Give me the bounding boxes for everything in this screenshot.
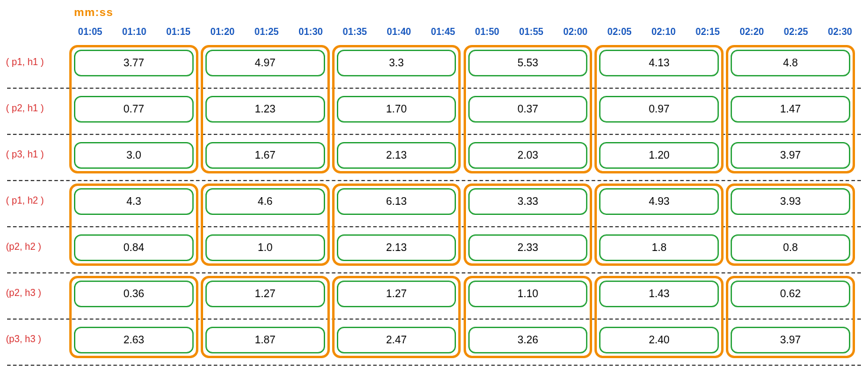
data-cell: 1.27 <box>205 281 325 307</box>
time-tick: 01:35 <box>343 27 367 37</box>
row-label: (p3, h3 ) <box>6 334 62 345</box>
data-cell: 1.47 <box>731 96 850 123</box>
data-cell: 6.13 <box>337 188 456 215</box>
data-cell: 3.93 <box>731 188 850 215</box>
time-tick: 01:20 <box>210 27 234 37</box>
time-tick: 01:10 <box>122 27 146 37</box>
data-cell: 4.8 <box>731 50 850 76</box>
data-cell: 0.97 <box>599 96 719 123</box>
data-cell: 3.33 <box>468 188 588 215</box>
row-label: (p2, h2 ) <box>6 242 62 252</box>
data-cell: 2.33 <box>468 234 588 261</box>
time-tick: 02:15 <box>696 27 720 37</box>
data-cell: 1.27 <box>337 281 456 307</box>
row-divider <box>7 180 861 181</box>
time-tick: 01:30 <box>298 27 323 37</box>
data-cell: 3.26 <box>468 327 588 353</box>
time-group-5: 02:2002:2502:30 <box>730 25 863 38</box>
data-cell: 0.36 <box>74 281 194 307</box>
time-tick: 02:30 <box>828 27 852 37</box>
row-label: (p2, h3 ) <box>6 288 62 298</box>
time-tick: 01:15 <box>166 27 191 37</box>
data-cell: 5.53 <box>468 50 588 76</box>
row-label: ( p2, h1 ) <box>6 103 62 114</box>
data-cell: 4.6 <box>205 188 325 215</box>
data-cell: 0.84 <box>74 234 194 261</box>
data-cell: 4.3 <box>74 188 194 215</box>
data-cell: 1.20 <box>599 142 719 169</box>
time-group-3: 01:5001:5502:00 <box>465 25 598 38</box>
row-label: ( p1, h1 ) <box>6 57 62 67</box>
row-divider <box>7 272 861 273</box>
time-tick: 01:05 <box>78 27 102 37</box>
data-cell: 0.37 <box>468 96 588 123</box>
time-tick: 01:45 <box>431 27 455 37</box>
data-cell: 2.03 <box>468 142 588 169</box>
time-group-4: 02:0502:1002:15 <box>597 25 730 38</box>
data-cell: 3.0 <box>74 142 194 169</box>
data-cell: 1.70 <box>337 96 456 123</box>
time-tick: 02:05 <box>607 27 632 37</box>
data-cell: 1.0 <box>205 234 325 261</box>
data-cell: 0.8 <box>731 234 850 261</box>
data-cell: 2.40 <box>599 327 719 353</box>
data-cell: 0.77 <box>74 96 194 123</box>
row-divider <box>7 365 861 366</box>
data-cell: 4.13 <box>599 50 719 76</box>
time-group-0: 01:0501:1001:15 <box>68 25 201 38</box>
data-cell: 1.67 <box>205 142 325 169</box>
time-tick: 01:55 <box>519 27 544 37</box>
data-cell: 1.10 <box>468 281 588 307</box>
data-cell: 2.13 <box>337 142 456 169</box>
data-cell: 3.97 <box>731 327 850 353</box>
row-label: ( p1, h2 ) <box>6 195 62 206</box>
data-cell: 2.13 <box>337 234 456 261</box>
time-tick: 02:00 <box>563 27 587 37</box>
time-tick: 01:25 <box>255 27 279 37</box>
data-cell: 1.8 <box>599 234 719 261</box>
data-cell: 3.77 <box>74 50 194 76</box>
data-cell: 4.97 <box>205 50 325 76</box>
data-cell: 3.97 <box>731 142 850 169</box>
time-group-2: 01:3501:4001:45 <box>333 25 465 38</box>
time-tick: 02:10 <box>651 27 676 37</box>
grid-area: ( p1, h1 )3.774.973.35.534.134.8( p2, h1… <box>0 43 868 378</box>
data-cell: 1.23 <box>205 96 325 123</box>
data-cell: 2.47 <box>337 327 456 353</box>
data-cell: 1.87 <box>205 327 325 353</box>
time-group-1: 01:2001:2501:30 <box>201 25 333 38</box>
diagram-root: { "header_label": "mm:ss", "time_groups"… <box>0 0 868 383</box>
data-cell: 0.62 <box>731 281 850 307</box>
column-ticks-row: 01:0501:1001:1501:2001:2501:3001:3501:40… <box>68 25 862 38</box>
time-tick: 01:40 <box>387 27 411 37</box>
data-cell: 2.63 <box>74 327 194 353</box>
header-unit-label: mm:ss <box>74 6 113 19</box>
data-cell: 3.3 <box>337 50 456 76</box>
row-label: ( p3, h1 ) <box>6 149 62 160</box>
time-tick: 01:50 <box>475 27 499 37</box>
time-tick: 02:20 <box>740 27 764 37</box>
data-cell: 4.93 <box>599 188 719 215</box>
data-cell: 1.43 <box>599 281 719 307</box>
time-tick: 02:25 <box>784 27 808 37</box>
